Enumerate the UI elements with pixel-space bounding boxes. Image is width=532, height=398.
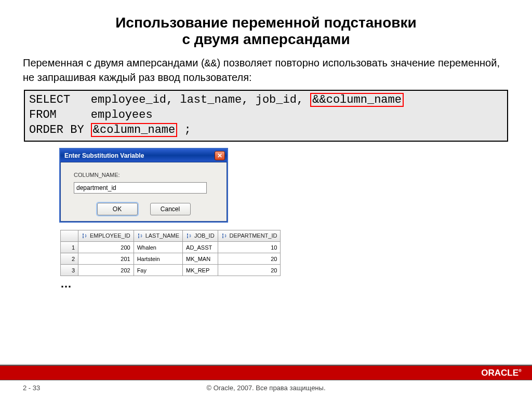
svg-rect-3 bbox=[138, 236, 139, 238]
column-name-input[interactable] bbox=[74, 182, 207, 194]
svg-rect-6 bbox=[222, 234, 223, 236]
svg-rect-1 bbox=[83, 236, 84, 238]
table-row[interactable]: 3 202 Fay MK_REP 20 bbox=[61, 265, 281, 276]
cell-department-id: 20 bbox=[218, 253, 281, 265]
substitution-dialog: Enter Substitution Variable ✕ COLUMN_NAM… bbox=[59, 148, 228, 223]
sort-icon bbox=[221, 233, 228, 239]
cell-last-name: Hartstein bbox=[134, 253, 182, 265]
cell-department-id: 10 bbox=[218, 242, 281, 253]
col-department-id[interactable]: DEPARTMENT_ID bbox=[218, 230, 281, 242]
cell-employee-id: 200 bbox=[78, 242, 134, 253]
svg-rect-2 bbox=[138, 234, 139, 236]
sort-icon bbox=[186, 233, 192, 239]
row-number: 2 bbox=[61, 253, 78, 265]
table-row[interactable]: 2 201 Hartstein MK_MAN 20 bbox=[61, 253, 281, 265]
sql-orderby-keyword: ORDER BY bbox=[29, 123, 84, 136]
row-number: 1 bbox=[61, 242, 78, 253]
svg-rect-0 bbox=[83, 234, 84, 236]
cell-job-id: AD_ASST bbox=[183, 242, 218, 253]
cell-job-id: MK_REP bbox=[183, 265, 218, 276]
sql-semicolon: ; bbox=[184, 123, 191, 136]
table-row[interactable]: 1 200 Whalen AD_ASST 10 bbox=[61, 242, 281, 253]
sort-icon bbox=[137, 233, 143, 239]
cell-employee-id: 201 bbox=[78, 253, 134, 265]
slide-title: Использование переменной подстановки с д… bbox=[23, 15, 509, 48]
table-header-row: EMPLOYEE_ID LAST_NAME JOB_ID DEPARTMENT_… bbox=[61, 230, 281, 242]
copyright-text: © Oracle, 2007. Все права защищены. bbox=[0, 384, 532, 392]
row-number: 3 bbox=[61, 265, 78, 276]
col-last-name[interactable]: LAST_NAME bbox=[134, 230, 182, 242]
cancel-button[interactable]: Cancel bbox=[150, 203, 191, 215]
cell-job-id: MK_MAN bbox=[183, 253, 218, 265]
ok-button[interactable]: OK bbox=[97, 203, 138, 215]
results-table: EMPLOYEE_ID LAST_NAME JOB_ID DEPARTMENT_… bbox=[60, 230, 281, 276]
title-line-1: Использование переменной подстановки bbox=[115, 15, 417, 31]
oracle-logo: ORACLE® bbox=[481, 368, 522, 378]
dialog-title-text: Enter Substitution Variable bbox=[64, 152, 144, 159]
sql-from-table: employees bbox=[91, 108, 153, 121]
close-icon[interactable]: ✕ bbox=[215, 151, 225, 160]
svg-rect-5 bbox=[187, 236, 188, 238]
table-corner bbox=[61, 230, 78, 242]
cell-employee-id: 202 bbox=[78, 265, 134, 276]
ellipsis: … bbox=[60, 277, 509, 291]
dialog-titlebar[interactable]: Enter Substitution Variable ✕ bbox=[60, 149, 227, 162]
cell-last-name: Fay bbox=[134, 265, 182, 276]
body-paragraph: Переменная с двумя амперсандами (&&) поз… bbox=[23, 56, 509, 85]
sql-select-keyword: SELECT bbox=[29, 93, 70, 106]
dialog-field-label: COLUMN_NAME: bbox=[74, 172, 219, 178]
body-text-pre: Переменная с двумя амперсандами ( bbox=[23, 57, 205, 68]
col-job-id[interactable]: JOB_ID bbox=[183, 230, 218, 242]
footer-red-bar: ORACLE® bbox=[0, 365, 532, 380]
col-employee-id[interactable]: EMPLOYEE_ID bbox=[78, 230, 134, 242]
sql-single-ampersand-highlight: &column_name bbox=[91, 123, 177, 137]
sql-code-block: SELECT employee_id, last_name, job_id, &… bbox=[24, 90, 508, 142]
sql-double-ampersand-highlight: &&column_name bbox=[310, 93, 404, 107]
sql-select-columns: employee_id, last_name, job_id, bbox=[91, 93, 303, 106]
cell-department-id: 20 bbox=[218, 265, 281, 276]
title-line-2: с двумя амперсандами bbox=[182, 31, 350, 47]
svg-rect-4 bbox=[187, 234, 188, 236]
double-ampersand-inline: && bbox=[205, 58, 217, 70]
svg-rect-7 bbox=[222, 236, 223, 238]
sort-icon bbox=[82, 233, 88, 239]
sql-from-keyword: FROM bbox=[29, 108, 57, 121]
cell-last-name: Whalen bbox=[134, 242, 182, 253]
